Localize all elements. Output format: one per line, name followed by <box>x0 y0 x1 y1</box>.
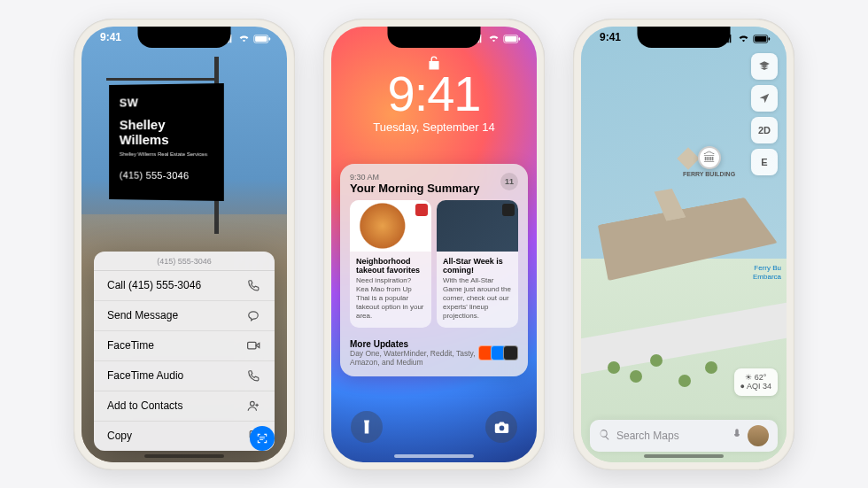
landmark-icon: 🏛 <box>698 146 721 169</box>
map-locate-button[interactable] <box>751 85 778 112</box>
phone-icon <box>245 369 261 382</box>
card-text: With the All-Star Game just around the c… <box>443 276 512 321</box>
app-icons <box>481 345 518 360</box>
notch <box>638 27 731 48</box>
notif-count: 11 <box>500 173 518 190</box>
notch <box>388 27 481 48</box>
menu-facetime[interactable]: FaceTime <box>94 331 275 361</box>
live-text-badge[interactable] <box>250 426 275 451</box>
summary-card[interactable]: Neighborhood takeout favorites Need insp… <box>350 200 431 329</box>
search-bar[interactable]: Search Maps <box>590 420 778 452</box>
app-icon <box>415 204 428 216</box>
phone-icon <box>245 279 261 291</box>
sign-logo: SW <box>120 95 213 109</box>
avatar[interactable] <box>748 425 769 446</box>
menu-header: (415) 555-3046 <box>94 252 275 271</box>
phone-maps: 9:41 🏛 FERRY BUILDING Ferry Bu Embarca 2… <box>573 19 794 470</box>
context-menu: (415) 555-3046 Call (415) 555-3046 Send … <box>94 252 275 451</box>
aqi: AQI 34 <box>747 382 771 391</box>
phone-lock-screen: 9:41 Tuesday, September 14 9:30 AM Your … <box>323 19 545 470</box>
card-title: All-Star Week is coming! <box>443 257 512 275</box>
home-indicator[interactable] <box>644 454 724 458</box>
video-icon <box>245 340 261 351</box>
weather-widget[interactable]: ☀ 62° ● AQI 34 <box>734 368 778 396</box>
svg-point-4 <box>251 401 255 406</box>
map-controls: 2D E <box>751 53 778 175</box>
svg-rect-10 <box>755 36 766 42</box>
status-time: 9:41 <box>97 31 121 47</box>
menu-call[interactable]: Call (415) 555-3046 <box>94 271 275 301</box>
poi-label: FERRY BUILDING <box>683 171 735 177</box>
menu-message[interactable]: Send Message <box>94 301 275 331</box>
sign-phone: (415) 555-3046 <box>120 169 213 181</box>
notification-summary[interactable]: 9:30 AM Your Morning Summary 11 Neighbor… <box>340 164 528 376</box>
home-indicator[interactable] <box>144 454 224 458</box>
app-icon <box>502 204 515 216</box>
real-estate-sign: SW Shelley Willems Shelley Willems Real … <box>109 82 224 200</box>
map-2d-button[interactable]: 2D <box>751 117 778 143</box>
home-indicator[interactable] <box>394 454 474 458</box>
search-placeholder: Search Maps <box>616 430 726 442</box>
sign-name: Shelley Willems <box>120 117 213 146</box>
summary-card[interactable]: All-Star Week is coming! With the All-St… <box>437 200 518 329</box>
more-updates[interactable]: More Updates Day One, WaterMinder, Reddi… <box>350 335 518 367</box>
mic-icon[interactable] <box>732 428 741 444</box>
svg-rect-2 <box>269 37 271 40</box>
more-text: Day One, WaterMinder, Reddit, Tasty, Ama… <box>350 349 481 367</box>
message-icon <box>245 309 261 321</box>
contact-icon <box>245 399 261 412</box>
svg-rect-11 <box>769 37 771 40</box>
menu-add-contact[interactable]: Add to Contacts <box>94 391 275 422</box>
menu-facetime-audio[interactable]: FaceTime Audio <box>94 361 275 391</box>
clock-time: 9:41 <box>331 69 537 119</box>
card-text: Need inspiration? Kea Mao from Up Thai i… <box>356 276 425 321</box>
svg-rect-1 <box>255 36 267 42</box>
clock-date: Tuesday, September 14 <box>331 120 537 134</box>
map-label: Ferry Bu <box>754 264 781 272</box>
sign-subtitle: Shelley Willems Real Estate Services <box>120 151 213 158</box>
notch <box>138 27 231 48</box>
card-title: Neighborhood takeout favorites <box>356 257 425 275</box>
svg-rect-8 <box>519 37 521 40</box>
temp: 62° <box>755 373 767 382</box>
poi-pin[interactable]: 🏛 FERRY BUILDING <box>683 146 735 177</box>
more-title: More Updates <box>350 339 481 349</box>
camera-button[interactable] <box>485 411 517 443</box>
svg-rect-3 <box>247 342 255 349</box>
map-layers-button[interactable] <box>751 53 778 80</box>
clock: 9:41 Tuesday, September 14 <box>331 69 537 134</box>
map-label: Embarca <box>753 273 781 281</box>
menu-copy[interactable]: Copy <box>94 422 275 451</box>
notif-time: 9:30 AM <box>350 173 479 182</box>
notif-title: Your Morning Summary <box>350 182 479 195</box>
status-time: 9:41 <box>597 31 621 47</box>
search-icon <box>599 428 610 444</box>
phone-live-text: 9:41 SW Shelley Willems Shelley Willems … <box>74 19 295 470</box>
map-compass-button[interactable]: E <box>751 149 778 175</box>
svg-rect-7 <box>505 36 516 42</box>
flashlight-button[interactable] <box>351 411 383 443</box>
